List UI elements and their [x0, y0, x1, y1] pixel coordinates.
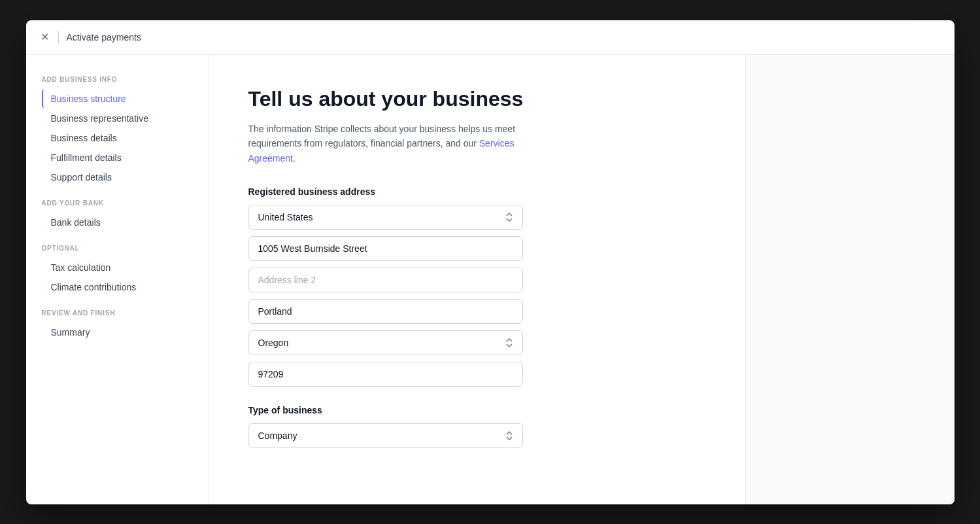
sidebar-item-business-structure[interactable]: Business structure [42, 90, 193, 108]
registered-address-section: Registered business address United State… [248, 186, 706, 387]
sidebar-section-label-optional: OPTIONAL [42, 245, 193, 252]
content-area: Tell us about your business The informat… [209, 55, 745, 504]
type-of-business-section: Type of business Company Individual / So… [248, 405, 706, 448]
city-group [248, 299, 706, 324]
sidebar-item-summary[interactable]: Summary [42, 323, 193, 341]
address-line1-group [248, 236, 706, 261]
state-select[interactable]: Oregon Alabama Alaska Arizona Arkansas C… [248, 330, 523, 355]
zip-group [248, 362, 706, 387]
business-type-group: Company Individual / Sole proprietor Non… [248, 423, 706, 448]
page-description: The information Stripe collects about yo… [248, 122, 523, 166]
sidebar: ADD BUSINESS INFO Business structure Bus… [26, 55, 209, 504]
sidebar-section-label-bank: ADD YOUR BANK [42, 200, 193, 207]
sidebar-section-label-review: REVIEW AND FINISH [42, 309, 193, 317]
sidebar-item-support-details[interactable]: Support details [42, 168, 193, 186]
type-of-business-label: Type of business [248, 405, 706, 415]
close-button[interactable]: ✕ [39, 31, 50, 44]
title-bar: ✕ Activate payments [26, 20, 955, 55]
address-line1-input[interactable] [248, 236, 523, 261]
page-title: Tell us about your business [248, 86, 706, 111]
main-window: ✕ Activate payments ADD BUSINESS INFO Bu… [26, 20, 955, 504]
registered-address-label: Registered business address [248, 186, 706, 197]
address-line2-input[interactable] [248, 268, 523, 292]
sidebar-item-business-representative[interactable]: Business representative [42, 109, 193, 128]
zip-input[interactable] [248, 362, 523, 387]
sidebar-item-bank-details[interactable]: Bank details [42, 213, 193, 232]
state-group: Oregon Alabama Alaska Arizona Arkansas C… [248, 330, 706, 355]
sidebar-section-label-add-business: ADD BUSINESS INFO [42, 76, 193, 83]
sidebar-item-climate-contributions[interactable]: Climate contributions [42, 278, 193, 296]
window-title: Activate payments [67, 32, 141, 43]
sidebar-item-tax-calculation[interactable]: Tax calculation [42, 258, 193, 277]
title-bar-divider [58, 31, 59, 44]
main-content: ADD BUSINESS INFO Business structure Bus… [26, 55, 955, 504]
city-input[interactable] [248, 299, 523, 324]
business-type-select[interactable]: Company Individual / Sole proprietor Non… [248, 423, 523, 448]
address-line2-group [248, 268, 706, 292]
sidebar-item-fulfillment-details[interactable]: Fulfillment details [42, 148, 193, 167]
sidebar-item-business-details[interactable]: Business details [42, 129, 193, 147]
country-group: United States Canada United Kingdom Aust… [248, 205, 706, 230]
country-select[interactable]: United States Canada United Kingdom Aust… [248, 205, 523, 230]
right-panel [745, 55, 955, 504]
